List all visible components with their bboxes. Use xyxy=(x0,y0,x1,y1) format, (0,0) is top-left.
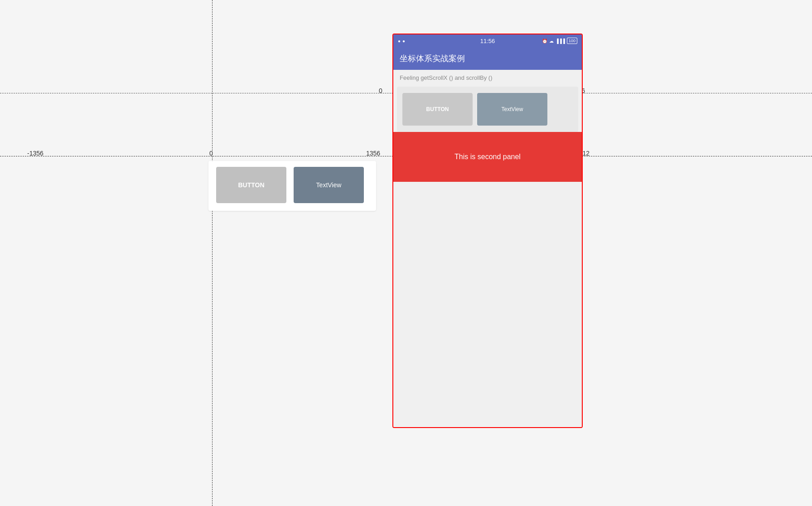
status-bar-left-icons: ● ● xyxy=(398,39,405,44)
phone-toolbar: 坐标体系实战案例 xyxy=(393,47,582,70)
phone-panel1: BUTTON TextView xyxy=(397,87,578,132)
label-zero-h: 0 xyxy=(209,150,213,157)
label-pos1356-h: 1356 xyxy=(366,150,380,157)
vertical-axis-line xyxy=(212,0,213,506)
wifi-icon: ☁ xyxy=(549,39,554,44)
phone-frame: ● ● 11:56 ⏰ ☁ ▐▐▐ 100 坐标体系实战案例 Feeling g… xyxy=(392,34,583,428)
alarm-icon: ⏰ xyxy=(542,39,547,44)
diagram-button[interactable]: BUTTON xyxy=(216,167,286,203)
phone-toolbar-title: 坐标体系实战案例 xyxy=(400,53,465,64)
phone-panel2: This is second panel xyxy=(393,132,582,182)
status-bar-time: 11:56 xyxy=(480,38,495,44)
phone-button[interactable]: BUTTON xyxy=(402,93,473,126)
label-neg1356: -1356 xyxy=(27,150,44,157)
phone-textview: TextView xyxy=(477,93,547,126)
phone-status-bar: ● ● 11:56 ⏰ ☁ ▐▐▐ 100 xyxy=(393,34,582,47)
phone-empty-area xyxy=(393,182,582,428)
diagram-textview: TextView xyxy=(294,167,364,203)
label-zero-top: 0 xyxy=(379,87,382,94)
status-bar-right-icons: ⏰ ☁ ▐▐▐ 100 xyxy=(542,38,577,44)
phone-scroll-hint: Feeling getScrollX () and scrollBy () xyxy=(393,70,582,84)
signal-icon: ▐▐▐ xyxy=(556,39,565,44)
battery-icon: 100 xyxy=(567,38,577,44)
